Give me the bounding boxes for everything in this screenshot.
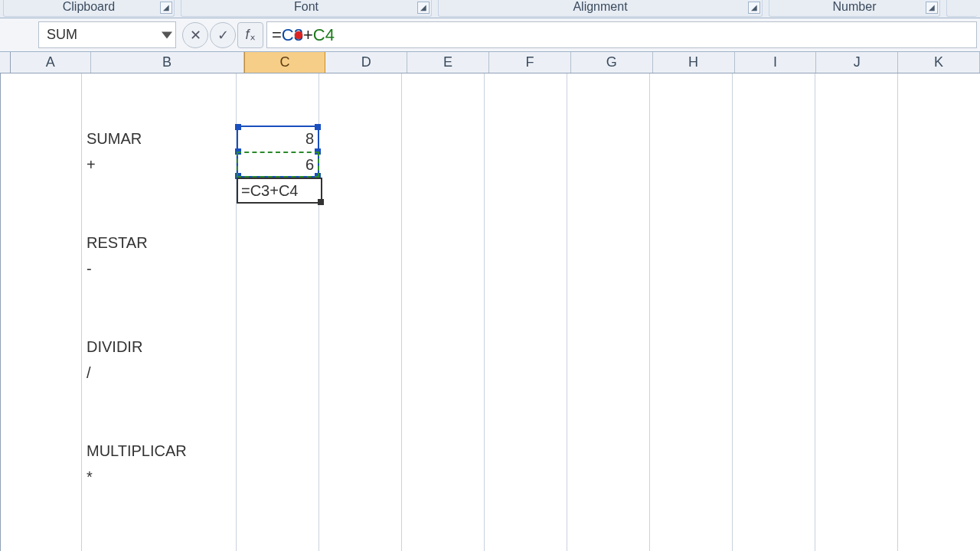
formula-text-ref2: C4 <box>313 25 335 45</box>
cell-B11[interactable]: DIVIDIR <box>82 334 237 360</box>
column-header-K[interactable]: K <box>898 52 980 73</box>
ribbon-group-alignment-label: Alignment <box>568 0 632 14</box>
column-header-I[interactable]: I <box>735 52 817 73</box>
ribbon-group-number: Number ◢ <box>769 0 940 17</box>
cell-B3[interactable]: SUMAR <box>82 126 237 152</box>
column-header-F[interactable]: F <box>489 52 571 73</box>
formula-text-plus: + <box>303 25 313 45</box>
ribbon-group-number-label: Number <box>828 0 881 14</box>
cancel-formula-button[interactable]: ✕ <box>182 22 208 48</box>
ribbon-group-tail <box>946 0 977 17</box>
column-header-B[interactable]: B <box>91 52 244 73</box>
column-header-H[interactable]: H <box>653 52 735 73</box>
cursor-indicator-icon <box>295 31 302 39</box>
cell-B12[interactable]: / <box>82 360 237 386</box>
name-box-value: SUM <box>47 27 77 43</box>
cell-B15[interactable]: MULTIPLICAR <box>82 438 237 464</box>
dialog-launcher-icon[interactable]: ◢ <box>748 2 760 14</box>
cell-B8[interactable]: - <box>82 256 237 282</box>
chevron-down-icon[interactable] <box>162 31 172 38</box>
formula-bar-buttons: ✕ ✓ fₓ <box>179 18 266 51</box>
cell-C5[interactable] <box>237 178 319 204</box>
insert-function-button[interactable]: fₓ <box>237 22 263 48</box>
ribbon-group-font: Font ◢ <box>181 0 432 17</box>
column-header-J[interactable]: J <box>816 52 898 73</box>
ribbon-group-font-label: Font <box>289 0 323 14</box>
ribbon-group-clipboard: Clipboard ◢ <box>3 0 175 17</box>
cell-C3[interactable]: 8 <box>237 126 319 152</box>
cells-area[interactable]: SUMAR8 +6 RESTAR - DIVIDIR / MULTIPLIC <box>1 73 980 551</box>
ribbon-group-labels: Clipboard ◢ Font ◢ Alignment ◢ Number ◢ <box>0 0 980 18</box>
ribbon-group-clipboard-label: Clipboard <box>58 0 119 14</box>
cell-C4[interactable]: 6 <box>237 152 319 178</box>
column-header-D[interactable]: D <box>325 52 407 73</box>
column-header-G[interactable]: G <box>571 52 653 73</box>
column-header-E[interactable]: E <box>407 52 489 73</box>
select-all-corner[interactable] <box>0 52 11 73</box>
column-headers: A B C D E F G H I J K <box>0 52 980 73</box>
dialog-launcher-icon[interactable]: ◢ <box>160 2 172 14</box>
formula-input[interactable]: =C3+C4 <box>266 21 977 48</box>
enter-formula-button[interactable]: ✓ <box>210 22 236 48</box>
spreadsheet-grid[interactable]: A B C D E F G H I J K <box>0 52 980 551</box>
cell-B16[interactable]: * <box>82 464 237 490</box>
cell-B7[interactable]: RESTAR <box>82 230 237 256</box>
column-header-A[interactable]: A <box>11 52 91 73</box>
dialog-launcher-icon[interactable]: ◢ <box>926 2 938 14</box>
formula-text-eq: = <box>272 25 282 45</box>
column-header-C[interactable]: C <box>244 52 326 73</box>
cell-B4[interactable]: + <box>82 152 237 178</box>
dialog-launcher-icon[interactable]: ◢ <box>417 2 430 14</box>
name-box[interactable]: SUM <box>38 21 176 48</box>
formula-bar: SUM ✕ ✓ fₓ =C3+C4 <box>0 18 980 52</box>
ribbon-group-alignment: Alignment ◢ <box>438 0 763 17</box>
